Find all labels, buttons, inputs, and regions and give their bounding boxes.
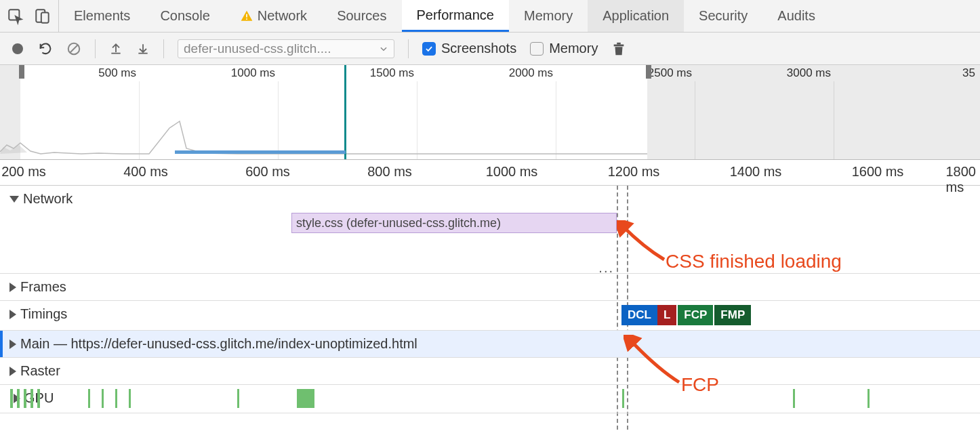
- detail-ruler[interactable]: 200 ms 400 ms 600 ms 800 ms 1000 ms 1200…: [0, 160, 980, 186]
- section-timings: Timings DCL L FCP FMP: [0, 301, 980, 331]
- tab-network-label: Network: [258, 8, 307, 24]
- overview-handle-left[interactable]: [19, 65, 24, 79]
- section-raster-label: Raster: [20, 363, 60, 379]
- svg-rect-13: [617, 42, 621, 44]
- overview-gridline: [278, 81, 279, 159]
- overview-gridline: [417, 81, 417, 159]
- network-request-bar[interactable]: style.css (defer-unused-css.glitch.me): [291, 213, 617, 233]
- screenshots-checkbox[interactable]: Screenshots: [422, 41, 516, 56]
- checkbox-on-icon: [422, 42, 436, 56]
- tab-console[interactable]: Console: [145, 0, 224, 32]
- memory-checkbox[interactable]: Memory: [530, 41, 598, 56]
- tab-elements[interactable]: Elements: [59, 0, 145, 32]
- disclosure-closed-icon: [9, 283, 16, 292]
- chevron-down-icon: [379, 44, 388, 54]
- ruler-tick: 1000 ms: [486, 164, 538, 180]
- tab-memory[interactable]: Memory: [509, 0, 588, 32]
- section-raster-header[interactable]: Raster: [0, 358, 980, 384]
- devtools-tabbar: Elements Console Network Sources Perform…: [0, 0, 980, 33]
- overview-timeline[interactable]: 500 ms 1000 ms 1500 ms 2000 ms 2500 ms 3…: [0, 65, 980, 160]
- reload-icon[interactable]: [38, 41, 53, 56]
- overview-gridline: [556, 81, 556, 159]
- flame-pane: Network style.css (defer-unused-css.glit…: [0, 186, 980, 413]
- badge-dcl[interactable]: DCL: [621, 305, 657, 325]
- memory-label: Memory: [549, 41, 598, 56]
- ruler-tick: 1400 ms: [730, 164, 782, 180]
- disclosure-closed-icon: [9, 340, 16, 349]
- ruler-tick: 800 ms: [367, 164, 412, 180]
- trash-icon[interactable]: [611, 41, 626, 57]
- svg-rect-3: [246, 14, 247, 17]
- recording-selector-label: defer-unused-css.glitch....: [184, 41, 331, 56]
- request-lead: [291, 213, 292, 232]
- overview-tick: 1000 ms: [231, 66, 278, 80]
- overview-tick: 500 ms: [98, 66, 139, 80]
- checkbox-off-icon: [530, 42, 544, 56]
- section-timings-label: Timings: [20, 306, 67, 322]
- upload-icon[interactable]: [109, 42, 123, 56]
- overview-handle-right[interactable]: [646, 65, 651, 79]
- svg-rect-4: [246, 18, 247, 20]
- svg-rect-2: [41, 12, 49, 22]
- network-request-label: style.css (defer-unused-css.glitch.me): [296, 216, 501, 230]
- tab-application[interactable]: Application: [588, 0, 684, 32]
- overview-shade-right: [647, 65, 980, 159]
- gpu-activity: [0, 389, 980, 408]
- tab-performance[interactable]: Performance: [402, 0, 510, 32]
- overview-tick: 2000 ms: [509, 66, 556, 80]
- overview-bluebar: [175, 150, 346, 154]
- overview-marker: [344, 65, 346, 159]
- inspect-tools: [0, 0, 59, 32]
- separator: [95, 39, 96, 58]
- disclosure-open-icon: [9, 196, 19, 203]
- clear-icon[interactable]: [66, 41, 81, 56]
- warning-icon: [240, 9, 253, 23]
- section-raster: Raster: [0, 358, 980, 385]
- ruler-tick: 600 ms: [245, 164, 290, 180]
- ruler-tick: 400 ms: [123, 164, 168, 180]
- section-network: Network style.css (defer-unused-css.glit…: [0, 186, 980, 274]
- badge-fmp[interactable]: FMP: [713, 305, 751, 325]
- inspect-element-icon[interactable]: [7, 7, 24, 25]
- ruler-tick: 1200 ms: [608, 164, 660, 180]
- section-gpu: GPU: [0, 385, 980, 413]
- ruler-tick: 200 ms: [1, 164, 46, 180]
- svg-line-7: [70, 45, 78, 52]
- performance-toolbar: defer-unused-css.glitch.... Screenshots …: [0, 33, 980, 65]
- separator: [408, 39, 409, 58]
- section-main-header[interactable]: Main — https://defer-unused-css.glitch.m…: [0, 331, 980, 357]
- overview-gridline: [139, 81, 140, 159]
- tab-sources[interactable]: Sources: [322, 0, 401, 32]
- recording-selector[interactable]: defer-unused-css.glitch....: [178, 39, 394, 58]
- ruler-tick: 1600 ms: [852, 164, 904, 180]
- section-main: Main — https://defer-unused-css.glitch.m…: [0, 331, 980, 358]
- overview-shade-left: [0, 65, 20, 159]
- badge-fcp[interactable]: FCP: [676, 305, 713, 325]
- section-frames-label: Frames: [20, 279, 66, 295]
- separator: [163, 39, 164, 58]
- panel-tabs: Elements Console Network Sources Perform…: [59, 0, 980, 32]
- svg-rect-12: [614, 44, 624, 46]
- section-network-header[interactable]: Network: [0, 186, 980, 212]
- section-main-label: Main — https://defer-unused-css.glitch.m…: [20, 336, 417, 352]
- timing-badges: DCL L FCP FMP: [621, 305, 751, 325]
- disclosure-closed-icon: [9, 367, 16, 376]
- section-network-label: Network: [23, 191, 73, 207]
- tab-network[interactable]: Network: [225, 0, 322, 32]
- screenshots-label: Screenshots: [441, 41, 516, 56]
- tab-security[interactable]: Security: [684, 0, 762, 32]
- record-icon[interactable]: [11, 42, 24, 56]
- section-frames-header[interactable]: Frames: [0, 274, 980, 300]
- download-icon[interactable]: [136, 42, 150, 56]
- device-toggle-icon[interactable]: [34, 7, 52, 25]
- section-frames: Frames: [0, 274, 980, 301]
- badge-l[interactable]: L: [657, 305, 676, 325]
- disclosure-closed-icon: [9, 310, 16, 319]
- svg-point-5: [12, 43, 23, 54]
- tab-audits[interactable]: Audits: [762, 0, 830, 32]
- section-timings-header[interactable]: Timings: [0, 301, 980, 327]
- overview-tick: 1500 ms: [370, 66, 417, 80]
